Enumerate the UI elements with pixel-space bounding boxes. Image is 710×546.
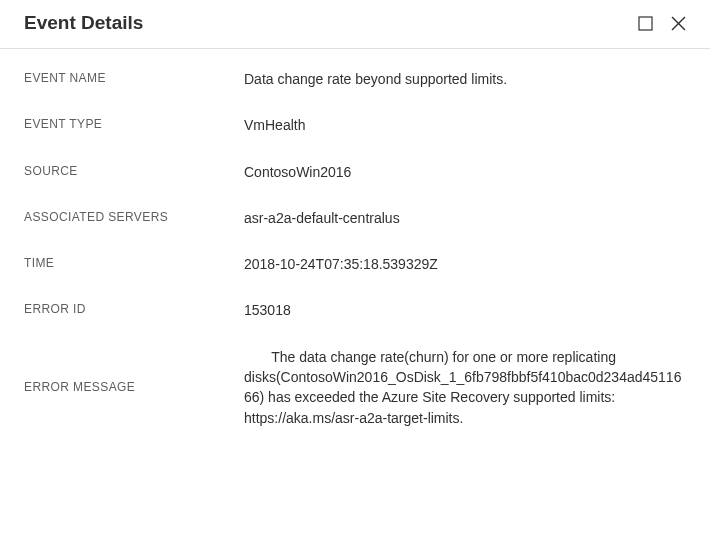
row-event-name: EVENT NAME Data change rate beyond suppo… <box>24 69 686 89</box>
row-error-message: ERROR MESSAGE The data change rate(churn… <box>24 347 686 428</box>
row-event-type: EVENT TYPE VmHealth <box>24 115 686 135</box>
label-event-name: EVENT NAME <box>24 69 244 85</box>
label-associated-servers: ASSOCIATED SERVERS <box>24 208 244 224</box>
value-error-id: 153018 <box>244 300 686 320</box>
value-source: ContosoWin2016 <box>244 162 686 182</box>
label-time: TIME <box>24 254 244 270</box>
header-controls <box>638 16 686 31</box>
row-associated-servers: ASSOCIATED SERVERS asr-a2a-default-centr… <box>24 208 686 228</box>
value-associated-servers: asr-a2a-default-centralus <box>244 208 686 228</box>
svg-rect-0 <box>639 17 652 30</box>
row-time: TIME 2018-10-24T07:35:18.539329Z <box>24 254 686 274</box>
panel-content: EVENT NAME Data change rate beyond suppo… <box>0 49 710 428</box>
panel-title: Event Details <box>24 12 143 34</box>
row-error-id: ERROR ID 153018 <box>24 300 686 320</box>
value-time: 2018-10-24T07:35:18.539329Z <box>244 254 686 274</box>
value-event-name: Data change rate beyond supported limits… <box>244 69 686 89</box>
label-error-message: ERROR MESSAGE <box>24 380 244 394</box>
maximize-icon[interactable] <box>638 16 653 31</box>
value-event-type: VmHealth <box>244 115 686 135</box>
label-event-type: EVENT TYPE <box>24 115 244 131</box>
panel-header: Event Details <box>0 0 710 49</box>
close-icon[interactable] <box>671 16 686 31</box>
row-source: SOURCE ContosoWin2016 <box>24 162 686 182</box>
label-error-id: ERROR ID <box>24 300 244 316</box>
label-source: SOURCE <box>24 162 244 178</box>
value-error-message: The data change rate(churn) for one or m… <box>244 347 686 428</box>
